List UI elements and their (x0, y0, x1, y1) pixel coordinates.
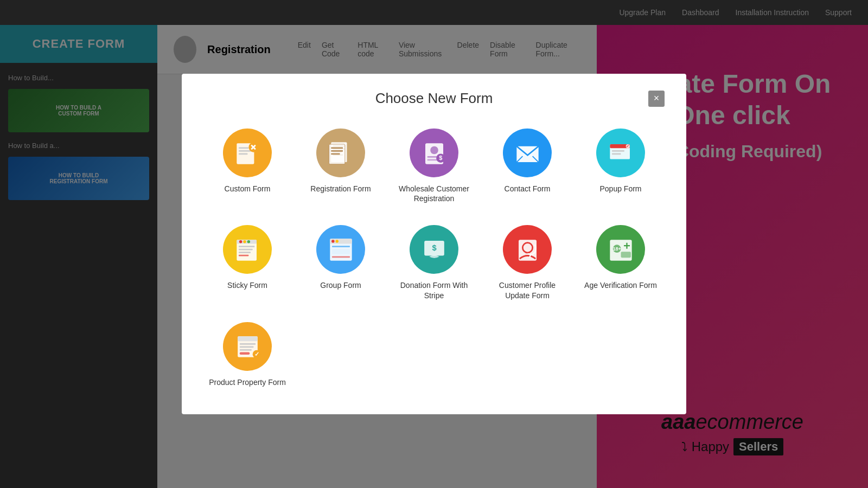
svg-rect-2 (239, 150, 251, 152)
form-label-donation: Donation Form With Stripe (395, 280, 473, 300)
form-icon-custom (223, 129, 272, 177)
svg-rect-59 (239, 343, 255, 345)
svg-rect-61 (239, 349, 251, 351)
form-label-registration: Registration Form (310, 184, 371, 194)
svg-rect-58 (238, 336, 258, 341)
form-icon-group (316, 225, 365, 274)
form-label-age: Age Verification Form (584, 280, 657, 290)
form-label-sticky: Sticky Form (227, 280, 267, 290)
form-item-profile[interactable]: Customer Profile Update Form (483, 220, 571, 305)
svg-point-17 (430, 146, 438, 154)
svg-rect-15 (331, 153, 340, 155)
svg-text:$: $ (439, 155, 442, 161)
svg-point-35 (247, 240, 250, 243)
svg-rect-14 (331, 150, 343, 152)
form-item-popup[interactable]: ✓ Popup Form (577, 123, 665, 209)
svg-rect-3 (239, 153, 248, 155)
form-icon-popup: ✓ (596, 129, 645, 177)
form-icon-registration (316, 129, 365, 177)
form-item-sticky[interactable]: Sticky Form (203, 220, 291, 305)
svg-rect-44 (332, 246, 350, 247)
choose-form-modal: Choose New Form × Custom Form (182, 74, 686, 414)
form-type-grid: Custom Form Registration Form (203, 123, 665, 393)
svg-text:✓: ✓ (254, 351, 259, 357)
svg-point-43 (335, 240, 339, 243)
form-label-contact: Contact Form (505, 184, 551, 194)
form-icon-sticky (223, 225, 272, 274)
svg-text:$: $ (432, 243, 436, 252)
svg-rect-27 (612, 150, 624, 152)
modal-title: Choose New Form (220, 90, 648, 107)
form-label-wholesale: Wholesale Customer Registration (395, 184, 473, 203)
svg-point-34 (243, 240, 246, 243)
form-item-custom[interactable]: Custom Form (203, 123, 291, 209)
form-label-property: Product Property Form (209, 377, 286, 387)
svg-rect-45 (332, 249, 350, 254)
svg-rect-1 (239, 147, 248, 149)
form-label-popup: Popup Form (599, 184, 641, 194)
modal-header: Choose New Form × (203, 90, 665, 107)
svg-rect-37 (239, 249, 253, 251)
svg-rect-38 (239, 252, 251, 253)
form-label-profile: Customer Profile Update Form (489, 280, 566, 300)
svg-rect-36 (239, 246, 254, 247)
form-icon-property: ✓ (223, 322, 272, 371)
form-item-age[interactable]: 18+ Age Verification Form (577, 220, 665, 305)
svg-text:✓: ✓ (626, 144, 629, 149)
form-item-group[interactable]: Group Form (297, 220, 385, 305)
form-icon-profile (503, 225, 552, 274)
svg-rect-46 (332, 256, 350, 258)
form-item-registration[interactable]: Registration Form (297, 123, 385, 209)
form-label-group: Group Form (320, 280, 361, 290)
svg-rect-28 (612, 153, 621, 155)
svg-rect-13 (331, 147, 343, 149)
svg-point-33 (239, 240, 242, 243)
form-icon-age: 18+ (596, 225, 645, 274)
svg-text:18+: 18+ (612, 246, 621, 252)
form-icon-wholesale: $ (410, 129, 458, 177)
form-item-contact[interactable]: Contact Form (483, 123, 571, 209)
form-item-wholesale[interactable]: $ Wholesale Customer Registration (390, 123, 478, 209)
modal-close-button[interactable]: × (648, 91, 665, 107)
form-icon-donation: $ (410, 225, 458, 274)
svg-rect-39 (239, 255, 248, 256)
form-icon-contact (503, 129, 552, 177)
svg-rect-60 (239, 346, 253, 348)
svg-rect-56 (621, 252, 630, 258)
svg-point-42 (331, 240, 335, 243)
form-item-donation[interactable]: $ Donation Form With Stripe (390, 220, 478, 305)
form-label-custom: Custom Form (225, 184, 271, 194)
form-item-property[interactable]: ✓ Product Property Form (203, 317, 291, 393)
svg-rect-62 (239, 352, 249, 355)
